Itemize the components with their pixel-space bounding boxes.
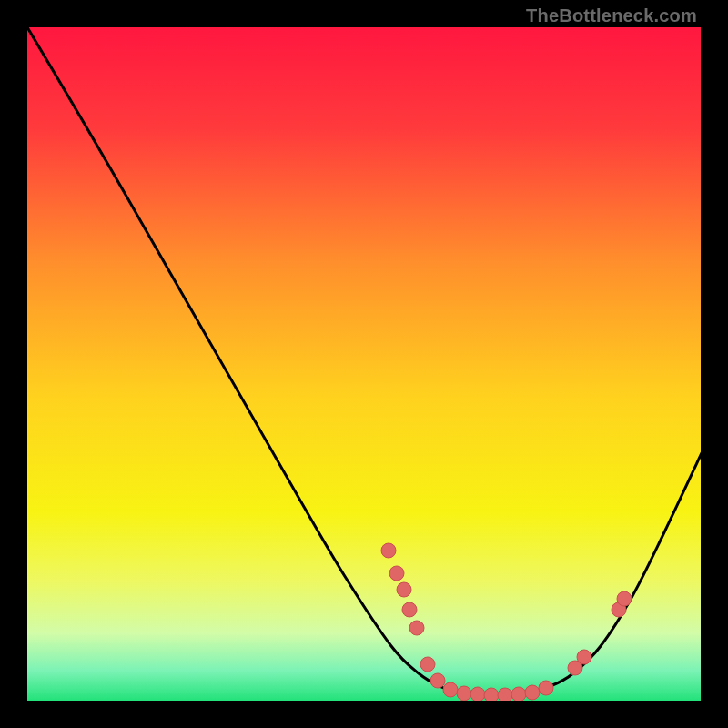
chart-plot-area bbox=[27, 27, 701, 701]
svg-rect-0 bbox=[27, 27, 701, 701]
watermark-text: TheBottleneck.com bbox=[526, 5, 697, 26]
chart-background-gradient bbox=[27, 27, 701, 701]
